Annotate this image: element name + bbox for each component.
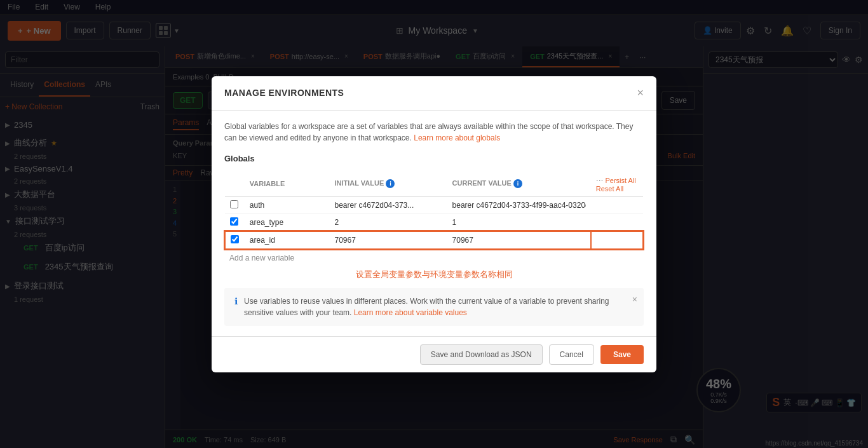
- variable-input[interactable]: [250, 218, 325, 227]
- current-value-input[interactable]: [452, 201, 586, 210]
- current-value-input[interactable]: [452, 218, 586, 227]
- row-checkbox[interactable]: [230, 200, 238, 208]
- table-row: [225, 214, 643, 231]
- modal-header: MANAGE ENVIRONMENTS ×: [212, 76, 656, 111]
- table-row: [225, 196, 643, 214]
- initial-value-input[interactable]: [335, 201, 442, 210]
- checkbox-col-header: [225, 171, 245, 197]
- initial-value-input[interactable]: [335, 218, 442, 227]
- save-button[interactable]: Save: [600, 345, 644, 364]
- variable-header: VARIABLE: [245, 171, 330, 197]
- modal-footer: Save and Download as JSON Cancel Save: [212, 336, 656, 372]
- info-circle-icon: ℹ: [234, 296, 238, 306]
- modal-close-button[interactable]: ×: [637, 86, 644, 100]
- reset-all-button[interactable]: Reset All: [596, 185, 623, 193]
- row-checkbox[interactable]: [230, 217, 238, 226]
- modal-title: MANAGE ENVIRONMENTS: [224, 88, 344, 98]
- modal-overlay[interactable]: MANAGE ENVIRONMENTS × Global variables f…: [0, 0, 868, 448]
- save-json-button[interactable]: Save and Download as JSON: [420, 344, 543, 365]
- globals-label: Globals: [224, 154, 644, 163]
- current-value-header: CURRENT VALUE i: [447, 171, 591, 197]
- annotation-text: 设置全局变量参数与环境变量参数名称相同: [224, 269, 644, 280]
- add-variable-button[interactable]: Add a new variable: [224, 250, 644, 266]
- table-row: [225, 231, 643, 249]
- globals-table: VARIABLE INITIAL VALUE i CURRENT VALUE i…: [224, 171, 644, 250]
- learn-more-globals-link[interactable]: Learn more about globals: [414, 133, 500, 142]
- info-close-button[interactable]: ×: [632, 294, 637, 304]
- initial-value-input[interactable]: [335, 236, 442, 245]
- variable-input[interactable]: [250, 236, 325, 245]
- info-text-content: Use variables to reuse values in differe…: [244, 295, 634, 318]
- persist-all-button[interactable]: Persist All: [605, 177, 635, 184]
- learn-more-variables-link[interactable]: Learn more about variable values: [354, 308, 467, 317]
- initial-value-label: INITIAL VALUE: [335, 179, 384, 187]
- cancel-button[interactable]: Cancel: [549, 344, 594, 365]
- info-icon: i: [513, 179, 522, 188]
- current-value-input[interactable]: [452, 236, 585, 245]
- initial-value-header: INITIAL VALUE i: [330, 171, 447, 197]
- info-icon: i: [386, 179, 395, 188]
- row-checkbox[interactable]: [231, 235, 239, 243]
- info-box: ℹ Use variables to reuse values in diffe…: [224, 288, 644, 326]
- more-options-button[interactable]: ···: [596, 175, 604, 185]
- actions-header: ··· Persist All Reset All: [591, 171, 643, 197]
- modal-body: Global variables for a workspace are a s…: [212, 111, 656, 336]
- variable-input[interactable]: [250, 201, 325, 210]
- current-value-label: CURRENT VALUE: [452, 179, 512, 187]
- manage-environments-modal: MANAGE ENVIRONMENTS × Global variables f…: [212, 76, 656, 372]
- modal-description: Global variables for a workspace are a s…: [224, 121, 644, 144]
